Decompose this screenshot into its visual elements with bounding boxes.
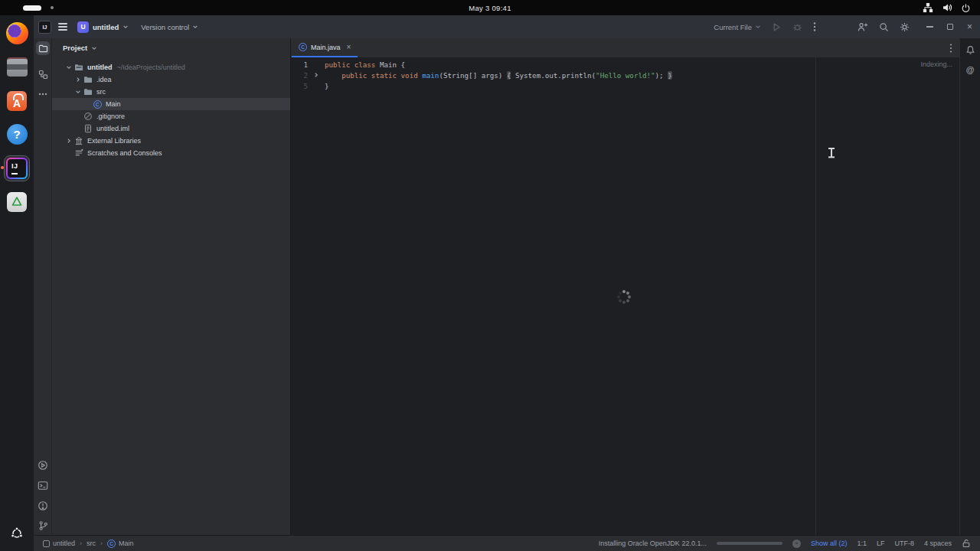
breadcrumb-src[interactable]: src	[87, 540, 96, 547]
close-icon[interactable]: ×	[967, 24, 972, 30]
line-number[interactable]: 5	[291, 82, 308, 90]
tab-main-java[interactable]: C Main.java ×	[292, 38, 358, 57]
chevron-down-icon[interactable]	[64, 64, 74, 70]
ai-assistant-button[interactable]: @	[963, 63, 977, 77]
volume-icon[interactable]	[942, 2, 952, 13]
app-center-icon: A	[7, 91, 27, 111]
kebab-icon	[949, 43, 952, 54]
editor-tabbar: C Main.java ×	[291, 38, 959, 57]
tree-item-untitled[interactable]: untitled~/IdeaProjects/untitled	[52, 61, 290, 73]
ai-assistant-icon: @	[966, 65, 975, 74]
caret-position[interactable]: 1:1	[857, 540, 867, 547]
network-icon[interactable]	[923, 2, 933, 13]
settings-icon	[900, 22, 910, 32]
dock-app-center[interactable]: A	[3, 88, 31, 113]
terminal-toolwindow-button[interactable]	[36, 478, 50, 492]
code-line-2[interactable]: 2 public static void main(String[] args)…	[291, 70, 959, 80]
structure-toolwindow-button[interactable]	[36, 67, 50, 81]
more-actions-button[interactable]	[813, 21, 816, 32]
project-widget[interactable]: U untitled	[77, 21, 129, 33]
intellij-icon: IJ	[4, 155, 30, 181]
file-icon	[83, 124, 93, 133]
breadcrumb-separator: ›	[80, 540, 82, 547]
main-menu-icon[interactable]	[58, 21, 67, 32]
dock-firefox[interactable]	[3, 21, 31, 46]
fold-marker-icon[interactable]	[308, 72, 325, 78]
minimize-icon[interactable]	[926, 26, 933, 27]
project-panel-header[interactable]: Project	[52, 38, 290, 57]
desktop: { "palette": { "accent": "#3574f0", "lin…	[0, 0, 980, 551]
chevron-down-icon	[91, 45, 97, 51]
file-encoding[interactable]: UTF-8	[894, 540, 914, 547]
debug-icon	[792, 22, 802, 32]
git-toolwindow-button[interactable]	[36, 519, 50, 533]
write-access-toggle[interactable]	[962, 539, 971, 548]
progress-label[interactable]: Installing Oracle OpenJDK 22.0.1...	[599, 540, 707, 547]
tab-options-button[interactable]	[949, 43, 952, 54]
system-clock[interactable]: May 3 09:41	[0, 4, 980, 12]
class-icon: C	[299, 43, 307, 51]
chevron-down-icon	[75, 89, 81, 95]
system-tray[interactable]	[923, 2, 980, 13]
kebab-icon	[813, 21, 816, 32]
folder-icon	[38, 44, 48, 54]
dock-help[interactable]: ?	[3, 122, 31, 147]
ubuntu-dock: A ? IJ	[0, 15, 34, 551]
cancel-progress-button[interactable]: ×	[792, 540, 801, 548]
chevron-down-icon	[192, 24, 198, 30]
maximize-icon[interactable]	[947, 24, 953, 30]
breadcrumb-module[interactable]: untitled	[43, 540, 75, 547]
chevron-down-icon[interactable]	[74, 89, 83, 95]
breadcrumb-main[interactable]: C Main	[107, 540, 134, 548]
project-panel-title: Project	[63, 44, 87, 52]
vcs-widget[interactable]: Version control	[141, 23, 198, 31]
project-toolwindow-button[interactable]	[36, 41, 50, 55]
tree-item-untitled-iml[interactable]: untitled.iml	[52, 122, 290, 135]
settings-button[interactable]	[900, 22, 910, 32]
chevron-right-icon[interactable]	[64, 138, 74, 144]
tree-item-main[interactable]: CMain	[52, 98, 290, 110]
show-apps-button[interactable]	[0, 518, 34, 549]
chevron-right-icon[interactable]	[74, 77, 83, 83]
line-number[interactable]: 1	[291, 60, 308, 69]
dock-intellij-idea[interactable]: IJ	[3, 155, 31, 181]
notifications-button[interactable]	[963, 43, 977, 57]
tree-item-label: Main	[106, 100, 121, 108]
git-branch-icon	[38, 520, 48, 531]
code-line-5[interactable]: 5}	[291, 80, 959, 91]
indent-style[interactable]: 4 spaces	[924, 540, 952, 547]
play-icon	[772, 22, 782, 32]
tab-title: Main.java	[311, 44, 341, 51]
tree-item-label: src	[96, 88, 106, 96]
problems-toolwindow-button[interactable]	[36, 499, 50, 513]
module-icon	[43, 540, 50, 547]
run-toolwindow-button[interactable]	[36, 458, 50, 472]
dock-software-updater[interactable]	[3, 189, 31, 214]
lock-open-icon	[962, 539, 971, 548]
tree-item-external-libraries[interactable]: External Libraries	[52, 135, 290, 147]
search-everywhere-button[interactable]	[879, 22, 889, 32]
intellij-menu-icon[interactable]: IJ	[38, 21, 51, 34]
line-separator[interactable]: LF	[877, 540, 885, 547]
editor-area: C Main.java × 1public class Main {2 publ…	[291, 38, 959, 535]
help-icon: ?	[7, 124, 28, 145]
show-all-link[interactable]: Show all (2)	[811, 540, 848, 547]
tree-item-idea[interactable]: .idea	[52, 73, 290, 86]
code-line-1[interactable]: 1public class Main {	[291, 59, 959, 70]
tree-item-scratches-and-consoles[interactable]: Scratches and Consoles	[52, 147, 290, 159]
more-toolwindows-button[interactable]	[36, 87, 50, 101]
code-editor[interactable]: 1public class Main {2 public static void…	[291, 57, 959, 535]
tree-item-src[interactable]: src	[52, 86, 290, 98]
collaborate-icon	[858, 22, 868, 32]
code-with-me-button[interactable]	[858, 22, 868, 32]
tab-close-icon[interactable]: ×	[347, 43, 351, 51]
run-button[interactable]	[772, 22, 782, 32]
dock-files[interactable]	[3, 54, 31, 80]
run-configuration-widget[interactable]: Current File	[714, 23, 761, 31]
tree-item-gitignore[interactable]: .gitignore	[52, 110, 290, 122]
project-tree: untitled~/IdeaProjects/untitled.ideasrcC…	[52, 57, 290, 159]
project-avatar: U	[77, 21, 89, 33]
debug-button[interactable]	[792, 22, 802, 32]
power-icon[interactable]	[961, 3, 971, 13]
line-number[interactable]: 2	[291, 71, 308, 80]
